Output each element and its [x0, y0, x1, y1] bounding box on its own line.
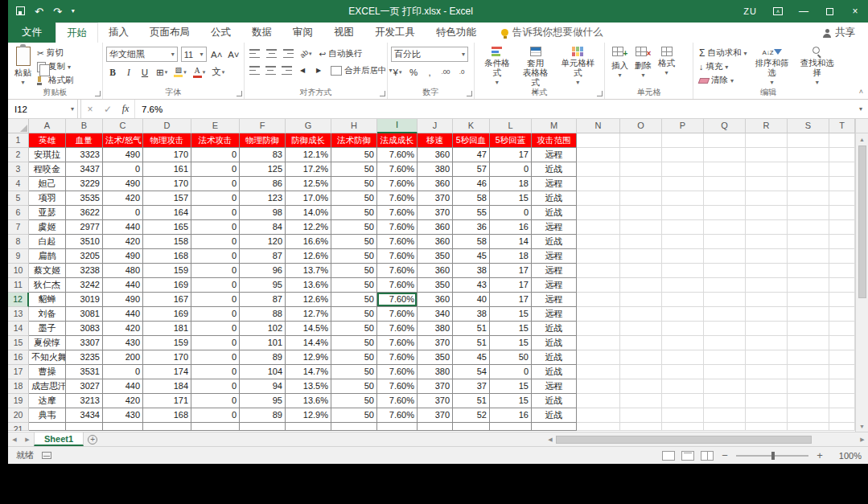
- delete-cells-button[interactable]: × 删除 ▾: [631, 45, 655, 80]
- cell-T11[interactable]: [829, 278, 855, 293]
- cell-C12[interactable]: 490: [103, 293, 143, 307]
- cell-F6[interactable]: 98: [240, 206, 286, 220]
- font-name-combo[interactable]: 华文细黑▾: [106, 47, 178, 62]
- cell-R15[interactable]: [746, 336, 788, 350]
- cell-N19[interactable]: [577, 394, 620, 408]
- zoom-slider-thumb[interactable]: [771, 452, 775, 460]
- cell-I8[interactable]: 7.60%: [377, 235, 418, 249]
- increase-decimal-button[interactable]: .00: [439, 65, 452, 79]
- formula-input[interactable]: 7.6%: [134, 100, 854, 118]
- cell-B14[interactable]: 3083: [66, 322, 103, 336]
- column-header-D[interactable]: D: [143, 119, 191, 133]
- cell-D1[interactable]: 物理攻击: [143, 133, 191, 148]
- cell-D18[interactable]: 184: [143, 379, 191, 394]
- cell-S2[interactable]: [788, 148, 829, 162]
- tab-插入[interactable]: 插入: [98, 23, 139, 43]
- cell-S16[interactable]: [788, 350, 829, 365]
- cell-N6[interactable]: [577, 206, 620, 220]
- cell-H11[interactable]: 50: [331, 278, 377, 293]
- cell-C21[interactable]: [103, 423, 143, 431]
- column-header-E[interactable]: E: [191, 119, 240, 133]
- cell-R20[interactable]: [746, 408, 788, 423]
- cell-O19[interactable]: [620, 394, 662, 408]
- row-header-1[interactable]: 1: [8, 133, 29, 148]
- cell-K2[interactable]: 47: [453, 148, 490, 162]
- cell-K7[interactable]: 36: [453, 220, 490, 235]
- cell-P15[interactable]: [662, 336, 704, 350]
- cell-R6[interactable]: [746, 206, 788, 220]
- cell-R7[interactable]: [746, 220, 788, 235]
- cell-A14[interactable]: 墨子: [29, 322, 66, 336]
- cell-O11[interactable]: [620, 278, 662, 293]
- cell-E7[interactable]: 0: [191, 220, 240, 235]
- cell-D2[interactable]: 170: [143, 148, 191, 162]
- cell-Q18[interactable]: [704, 379, 746, 394]
- cell-M12[interactable]: 远程: [532, 293, 577, 307]
- cell-M4[interactable]: 远程: [532, 177, 577, 191]
- cell-T6[interactable]: [829, 206, 855, 220]
- cell-M9[interactable]: 远程: [532, 249, 577, 264]
- row-header-3[interactable]: 3: [8, 162, 29, 177]
- cell-D19[interactable]: 171: [143, 394, 191, 408]
- cell-S20[interactable]: [788, 408, 829, 423]
- cell-L5[interactable]: 15: [490, 191, 532, 206]
- alignment-dialog-launcher-icon[interactable]: [380, 91, 385, 96]
- cell-C15[interactable]: 430: [103, 336, 143, 350]
- row-header-8[interactable]: 8: [8, 235, 29, 249]
- cell-F9[interactable]: 87: [240, 249, 286, 264]
- cell-P18[interactable]: [662, 379, 704, 394]
- cell-A21[interactable]: [29, 423, 66, 431]
- cell-R12[interactable]: [746, 293, 788, 307]
- cell-L20[interactable]: 16: [490, 408, 532, 423]
- cell-M3[interactable]: 近战: [532, 162, 577, 177]
- column-header-O[interactable]: O: [620, 119, 662, 133]
- cell-O8[interactable]: [620, 235, 662, 249]
- cell-K20[interactable]: 52: [453, 408, 490, 423]
- cell-M8[interactable]: 近战: [532, 235, 577, 249]
- sheet-nav-left-icon[interactable]: ◀: [8, 432, 21, 446]
- row-header-17[interactable]: 17: [8, 365, 29, 379]
- number-dialog-launcher-icon[interactable]: [467, 91, 472, 96]
- ribbon-display-options-button[interactable]: ˄: [765, 0, 791, 23]
- row-header-7[interactable]: 7: [8, 220, 29, 235]
- zoom-out-button[interactable]: −: [720, 449, 730, 461]
- tab-特色功能[interactable]: 特色功能: [426, 23, 487, 43]
- cell-K3[interactable]: 57: [453, 162, 490, 177]
- cell-M10[interactable]: 远程: [532, 264, 577, 278]
- cell-H13[interactable]: 50: [331, 307, 377, 322]
- zoom-slider[interactable]: [736, 455, 808, 457]
- cell-D12[interactable]: 167: [143, 293, 191, 307]
- cell-M14[interactable]: 近战: [532, 322, 577, 336]
- cell-B16[interactable]: 3235: [66, 350, 103, 365]
- cell-H2[interactable]: 50: [331, 148, 377, 162]
- cell-O21[interactable]: [620, 423, 662, 431]
- cell-O15[interactable]: [620, 336, 662, 350]
- column-header-L[interactable]: L: [490, 119, 532, 133]
- accounting-format-button[interactable]: ¥▾: [391, 65, 404, 79]
- insert-cells-button[interactable]: + 插入 ▾: [608, 45, 631, 80]
- cell-E12[interactable]: 0: [191, 293, 240, 307]
- cell-H10[interactable]: 50: [331, 264, 377, 278]
- cell-L13[interactable]: 15: [490, 307, 532, 322]
- cell-P21[interactable]: [662, 423, 704, 431]
- cell-M19[interactable]: 近战: [532, 394, 577, 408]
- cell-O20[interactable]: [620, 408, 662, 423]
- cell-A19[interactable]: 达摩: [29, 394, 66, 408]
- cell-P20[interactable]: [662, 408, 704, 423]
- cell-G14[interactable]: 14.5%: [286, 322, 331, 336]
- cell-K8[interactable]: 58: [453, 235, 490, 249]
- cell-N11[interactable]: [577, 278, 620, 293]
- cell-Q7[interactable]: [704, 220, 746, 235]
- cell-T14[interactable]: [829, 322, 855, 336]
- cell-R5[interactable]: [746, 191, 788, 206]
- italic-button[interactable]: I: [122, 65, 135, 79]
- decrease-indent-button[interactable]: ◀: [296, 64, 309, 77]
- cell-I1[interactable]: 法成成长: [377, 133, 418, 148]
- column-header-A[interactable]: A: [29, 119, 66, 133]
- cell-L15[interactable]: 15: [490, 336, 532, 350]
- column-header-T[interactable]: T: [829, 119, 855, 133]
- cell-Q4[interactable]: [704, 177, 746, 191]
- cell-Q1[interactable]: [704, 133, 746, 148]
- cell-E8[interactable]: 0: [191, 235, 240, 249]
- cell-H12[interactable]: 50: [331, 293, 377, 307]
